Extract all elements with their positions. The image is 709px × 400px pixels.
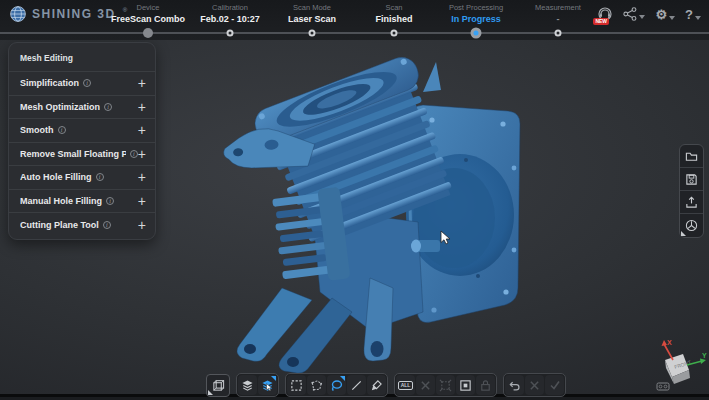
progress-line	[0, 32, 709, 34]
export-upload-icon	[685, 196, 698, 209]
panel-item-mesh-optimization[interactable]: Mesh Optimization i +	[9, 96, 155, 120]
progress-dot-post-processing	[471, 28, 482, 39]
layers-icon	[241, 379, 254, 392]
info-icon[interactable]: i	[103, 221, 111, 229]
open-project-button[interactable]	[680, 145, 703, 168]
topbar: SHINING 3D ® Device FreeScan Combo Calib…	[0, 0, 709, 40]
selection-ops-group: ALL	[394, 373, 497, 397]
model-3d-icon	[685, 219, 698, 232]
gear-icon: ⚙	[655, 7, 667, 22]
lock-selection-button[interactable]	[476, 375, 495, 395]
select-visible-icon	[459, 379, 472, 392]
chevron-down-icon	[639, 15, 645, 19]
lasso-select-button[interactable]	[327, 375, 346, 395]
info-icon[interactable]: i	[58, 126, 66, 134]
selection-toolbar: ALL	[206, 373, 566, 397]
cancel-button[interactable]	[525, 375, 544, 395]
info-icon[interactable]: i	[96, 173, 104, 181]
file-toolbar	[679, 144, 704, 238]
add-simplification-button[interactable]: +	[138, 76, 146, 90]
add-auto-hole-filling-button[interactable]: +	[138, 170, 146, 184]
axis-gizmo[interactable]: FRONT X Y	[639, 338, 709, 394]
scanner-position-icon	[656, 381, 670, 392]
viewport-3d[interactable]: Mesh Editing Simplification i + Mesh Opt…	[0, 40, 709, 397]
marquee-rect-icon	[290, 379, 303, 392]
axis-x-label: X	[667, 339, 672, 346]
share-icon	[623, 7, 637, 21]
help-icon: ?	[685, 7, 693, 22]
panel-item-manual-hole-filling[interactable]: Manual Hole Filling i +	[9, 190, 155, 214]
progress-dot-measurement	[555, 30, 562, 37]
save-button[interactable]	[680, 168, 703, 191]
add-mesh-optimization-button[interactable]: +	[138, 100, 146, 114]
settings-button[interactable]: ⚙	[655, 7, 675, 22]
export-button[interactable]	[680, 191, 703, 214]
info-icon[interactable]: i	[104, 103, 112, 111]
line-icon	[350, 379, 363, 392]
save-icon	[685, 173, 698, 186]
brand-logo-icon	[10, 6, 26, 22]
brush-icon	[370, 379, 383, 392]
panel-item-simplification[interactable]: Simplification i +	[9, 72, 155, 96]
edit-mode-button[interactable]	[258, 375, 277, 395]
submenu-corner-icon	[208, 390, 213, 395]
support-button[interactable]: NEW	[597, 6, 613, 22]
model-engine-block[interactable]	[220, 50, 600, 380]
deselect-all-button[interactable]	[416, 375, 435, 395]
axis-y-label: Y	[702, 352, 707, 359]
info-icon[interactable]: i	[106, 197, 114, 205]
panel-item-cutting-plane-tool[interactable]: Cutting Plane Tool i +	[9, 213, 155, 237]
layer-view-button[interactable]	[238, 375, 257, 395]
help-button[interactable]: ?	[685, 7, 701, 22]
add-manual-hole-filling-button[interactable]: +	[138, 194, 146, 208]
select-all-button[interactable]: ALL	[396, 375, 415, 395]
progress-dot-scan	[391, 30, 398, 37]
wireframe-cube-icon	[212, 379, 225, 392]
progress-dot-device	[143, 28, 153, 38]
undo-icon	[508, 379, 521, 392]
active-corner-icon	[340, 376, 345, 381]
select-visible-button[interactable]	[456, 375, 475, 395]
add-cutting-plane-button[interactable]: +	[138, 218, 146, 232]
confirm-group	[503, 373, 566, 397]
select-tools-group	[285, 373, 388, 397]
polygon-lasso-icon	[310, 379, 323, 392]
cancel-x-icon	[529, 380, 540, 391]
panel-title: Mesh Editing	[9, 51, 155, 72]
info-icon[interactable]: i	[130, 150, 138, 158]
active-corner-icon	[271, 376, 276, 381]
rect-select-button[interactable]	[287, 375, 306, 395]
add-remove-floating-button[interactable]: +	[138, 147, 146, 161]
folder-icon	[685, 150, 698, 163]
panel-item-remove-small-floating-parts[interactable]: Remove Small Floating Pa... i +	[9, 143, 155, 167]
select-all-icon: ALL	[398, 381, 413, 390]
mode-group	[236, 373, 279, 397]
invert-selection-button[interactable]	[436, 375, 455, 395]
share-button[interactable]	[623, 7, 645, 21]
new-badge: NEW	[593, 18, 609, 25]
chevron-down-icon	[669, 16, 675, 20]
display-mode-button[interactable]	[206, 374, 230, 397]
brush-select-button[interactable]	[367, 375, 386, 395]
application-window: SHINING 3D ® Device FreeScan Combo Calib…	[0, 0, 709, 400]
model-view-button[interactable]	[680, 214, 703, 237]
progress-dot-calibration	[227, 30, 234, 37]
mesh-editing-panel: Mesh Editing Simplification i + Mesh Opt…	[8, 42, 156, 240]
chevron-down-icon	[695, 16, 701, 20]
info-icon[interactable]: i	[83, 79, 91, 87]
add-smooth-button[interactable]: +	[138, 123, 146, 137]
submenu-corner-icon	[681, 231, 686, 236]
polygon-select-button[interactable]	[307, 375, 326, 395]
lock-icon	[479, 379, 492, 392]
progress-dot-scan-mode	[309, 30, 316, 37]
confirm-button[interactable]	[545, 375, 564, 395]
invert-selection-icon	[439, 379, 452, 392]
topbar-actions: NEW ⚙ ?	[597, 6, 701, 22]
line-select-button[interactable]	[347, 375, 366, 395]
deselect-x-icon	[420, 380, 431, 391]
panel-item-smooth[interactable]: Smooth i +	[9, 119, 155, 143]
confirm-check-icon	[549, 379, 561, 391]
panel-item-auto-hole-filling[interactable]: Auto Hole Filling i +	[9, 166, 155, 190]
undo-button[interactable]	[505, 375, 524, 395]
